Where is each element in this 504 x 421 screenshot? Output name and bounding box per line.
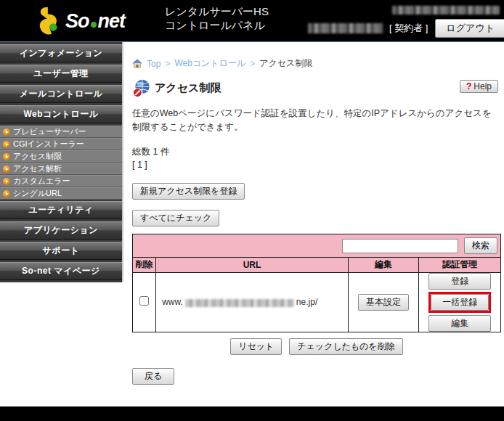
breadcrumb-separator: > bbox=[250, 59, 255, 69]
page-footer bbox=[0, 406, 504, 421]
pagination: [ 1 ] bbox=[132, 160, 500, 170]
arrow-bullet-icon bbox=[3, 190, 10, 197]
sidebar-item-application[interactable]: アプリケーション bbox=[0, 221, 122, 240]
column-header-auth: 認証管理 bbox=[419, 257, 501, 272]
service-title: レンタルサーバーHS コントロールパネル bbox=[165, 4, 269, 32]
column-header-url: URL bbox=[156, 257, 349, 272]
sidebar-item-information[interactable]: インフォメーション bbox=[0, 44, 122, 62]
url-cell: www.ne.jp/ bbox=[156, 272, 349, 332]
table-header-row: 削除 URL 編集 認証管理 bbox=[133, 257, 501, 272]
subitem-label: アクセス制限 bbox=[13, 151, 62, 162]
breadcrumb: Top > Webコントロール > アクセス制限 bbox=[132, 57, 500, 70]
breadcrumb-current: アクセス制限 bbox=[259, 57, 312, 70]
sidebar-subitem-access-restriction[interactable]: アクセス制限 bbox=[0, 150, 122, 163]
sonet-logo-icon bbox=[36, 6, 64, 36]
access-restriction-icon bbox=[132, 78, 152, 98]
column-header-delete: 削除 bbox=[133, 257, 156, 272]
breadcrumb-separator: > bbox=[165, 59, 170, 69]
sidebar-nav: インフォメーション ユーザー管理 メールコントロール Webコントロール プレビ… bbox=[0, 42, 123, 282]
logo-dot-icon bbox=[91, 22, 97, 28]
page-title: アクセス制限 bbox=[155, 81, 221, 95]
delete-checkbox[interactable] bbox=[139, 296, 149, 306]
total-count: 総数 1 件 bbox=[132, 146, 500, 158]
sidebar-item-web-control[interactable]: Webコントロール bbox=[0, 105, 122, 123]
redacted-account-id bbox=[308, 23, 383, 33]
table-actions: リセット チェックしたものを削除 bbox=[132, 338, 501, 355]
sidebar-subitem-preview-server[interactable]: プレビューサーバー bbox=[0, 126, 122, 138]
home-icon bbox=[132, 59, 142, 68]
arrow-bullet-icon bbox=[3, 141, 10, 148]
bulk-register-button[interactable]: 一括登録 bbox=[431, 294, 489, 311]
arrow-bullet-icon bbox=[3, 128, 10, 136]
sidebar-item-support[interactable]: サポート bbox=[0, 242, 122, 260]
access-restriction-table: 検索 削除 URL 編集 認証管理 www.ne.jp/ 基本設定 登録 一括登… bbox=[132, 234, 501, 332]
question-icon: ? bbox=[466, 81, 471, 91]
sidebar-subitem-single-url[interactable]: シングルURL bbox=[0, 187, 122, 200]
sidebar-subitem-custom-error[interactable]: カスタムエラー bbox=[0, 175, 122, 187]
page-title-row: アクセス制限 ?Help bbox=[132, 78, 500, 98]
sidebar-item-user-management[interactable]: ユーザー管理 bbox=[0, 65, 122, 83]
service-title-line2: コントロールパネル bbox=[165, 18, 269, 32]
redacted-domain bbox=[185, 299, 294, 307]
sidebar-item-mail-control[interactable]: メールコントロール bbox=[0, 85, 122, 103]
sidebar-subitem-access-analysis[interactable]: アクセス解析 bbox=[0, 163, 122, 175]
subitem-label: カスタムエラー bbox=[13, 176, 70, 187]
subitem-label: CGIインストーラー bbox=[13, 139, 84, 150]
sidebar-subitem-cgi-installer[interactable]: CGIインストーラー bbox=[0, 138, 122, 150]
back-button[interactable]: 戻る bbox=[132, 368, 174, 385]
table-search-row: 検索 bbox=[133, 234, 501, 257]
contractor-label: [ 契約者 ] bbox=[389, 22, 428, 35]
subitem-label: アクセス解析 bbox=[13, 163, 62, 174]
arrow-bullet-icon bbox=[3, 178, 10, 185]
breadcrumb-link-web-control[interactable]: Webコントロール bbox=[174, 57, 245, 70]
register-button[interactable]: 登録 bbox=[428, 273, 491, 290]
service-title-line1: レンタルサーバーHS bbox=[165, 4, 269, 18]
redacted-account-info bbox=[392, 6, 500, 15]
new-access-restriction-button[interactable]: 新規アクセス制限を登録 bbox=[132, 183, 245, 200]
breadcrumb-link-top[interactable]: Top bbox=[147, 59, 160, 69]
highlight-box: 一括登録 bbox=[428, 292, 491, 313]
page-description: 任意のWebページにパスワード認証を設置したり、特定のIPアドレスからのアクセス… bbox=[132, 107, 500, 135]
table-row: www.ne.jp/ 基本設定 登録 一括登録 編集 bbox=[133, 272, 501, 332]
help-label: Help bbox=[473, 81, 492, 91]
subitem-label: シングルURL bbox=[13, 188, 62, 199]
logout-button[interactable]: ログアウト bbox=[435, 19, 504, 38]
edit-button[interactable]: 編集 bbox=[428, 315, 491, 332]
column-header-edit: 編集 bbox=[348, 257, 419, 272]
app-header: Sonet レンタルサーバーHS コントロールパネル [ 契約者 ] ログアウト bbox=[0, 0, 504, 42]
check-all-button[interactable]: すべてにチェック bbox=[132, 210, 219, 226]
logo-part2: net bbox=[98, 10, 126, 33]
url-prefix: www. bbox=[162, 297, 183, 307]
subitem-label: プレビューサーバー bbox=[13, 126, 86, 137]
arrow-bullet-icon bbox=[3, 165, 10, 173]
basic-settings-button[interactable]: 基本設定 bbox=[358, 294, 409, 311]
delete-checked-button[interactable]: チェックしたものを削除 bbox=[289, 338, 403, 355]
search-button[interactable]: 検索 bbox=[464, 237, 497, 254]
logo-part1: So bbox=[65, 10, 89, 33]
sonet-wordmark: Sonet bbox=[65, 10, 125, 33]
search-input[interactable] bbox=[342, 239, 458, 253]
help-button[interactable]: ?Help bbox=[460, 80, 498, 93]
sidebar-item-utility[interactable]: ユーティリティ bbox=[0, 201, 122, 219]
main-content: Top > Webコントロール > アクセス制限 アクセス制限 ?Help 任意… bbox=[125, 42, 504, 406]
url-suffix: ne.jp/ bbox=[296, 297, 317, 307]
sidebar-item-sonet-mypage[interactable]: So-net マイページ bbox=[0, 262, 122, 280]
sonet-logo: Sonet bbox=[36, 6, 125, 36]
reset-button[interactable]: リセット bbox=[230, 338, 282, 355]
arrow-bullet-icon bbox=[3, 153, 10, 160]
